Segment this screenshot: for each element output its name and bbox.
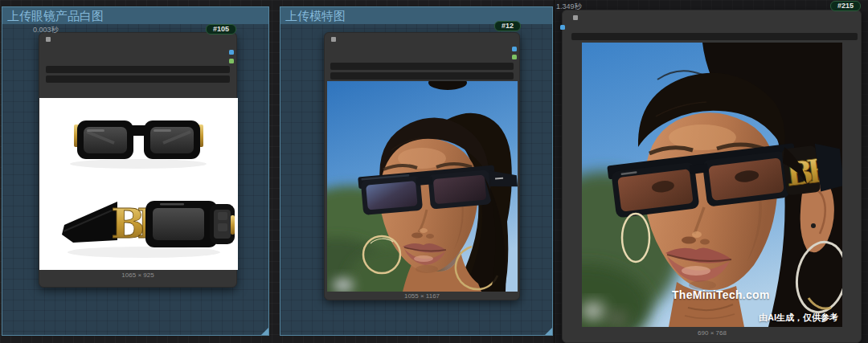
node-load-model-image[interactable]: 1055 × 1167: [324, 32, 520, 300]
output-slot-mask[interactable]: [229, 59, 234, 63]
group-title-product[interactable]: 上传眼镜产品白图: [2, 7, 268, 24]
output-slot-mask[interactable]: [512, 55, 517, 59]
product-image-preview[interactable]: BB: [39, 98, 238, 270]
node-load-product-image[interactable]: BB 1065 × 925: [39, 32, 237, 288]
image-filename-widget[interactable]: [330, 63, 514, 70]
image-dimensions: 1065 × 925: [39, 272, 236, 279]
watermark-text: TheMiniTech.com: [672, 288, 770, 301]
model-portrait-illustration: [327, 81, 518, 292]
group-resize-handle[interactable]: [545, 328, 552, 335]
node-result-preview[interactable]: BB TheMiniTech.com 由AI生成，仅供参考 690 × 768: [562, 10, 862, 343]
upload-button-widget[interactable]: [330, 72, 514, 80]
input-slot-image[interactable]: [560, 25, 565, 30]
collapse-icon[interactable]: [46, 37, 51, 42]
result-image-preview[interactable]: BB TheMiniTech.com 由AI生成，仅供参考: [582, 43, 842, 327]
output-slot-image[interactable]: [512, 47, 517, 51]
image-dimensions: 690 × 768: [582, 329, 842, 337]
image-filename-widget[interactable]: [46, 66, 230, 73]
result-portrait-illustration: BB: [582, 43, 842, 327]
node-id-badge: #12: [494, 21, 521, 31]
model-image-preview[interactable]: [327, 81, 518, 292]
ai-generated-notice: 由AI生成，仅供参考: [759, 312, 838, 324]
output-slot-image[interactable]: [229, 50, 234, 55]
sunglasses-product-illustration: BB: [39, 98, 238, 270]
collapse-icon[interactable]: [573, 15, 578, 20]
node-id-badge: #105: [206, 24, 236, 35]
upload-button-widget[interactable]: [46, 76, 230, 83]
node-exec-time: 1.349秒: [556, 2, 582, 12]
image-dimensions: 1055 × 1167: [325, 292, 519, 300]
node-exec-time: 0.003秒: [33, 25, 59, 35]
node-id-badge: #215: [830, 1, 861, 11]
collapse-icon[interactable]: [331, 37, 336, 42]
group-resize-handle[interactable]: [261, 328, 268, 335]
result-widget-bar[interactable]: [571, 33, 858, 40]
node-editor-canvas[interactable]: 上传眼镜产品白图 上传模特图 0.003秒 #105 #12 1.349秒 #2…: [0, 0, 868, 343]
